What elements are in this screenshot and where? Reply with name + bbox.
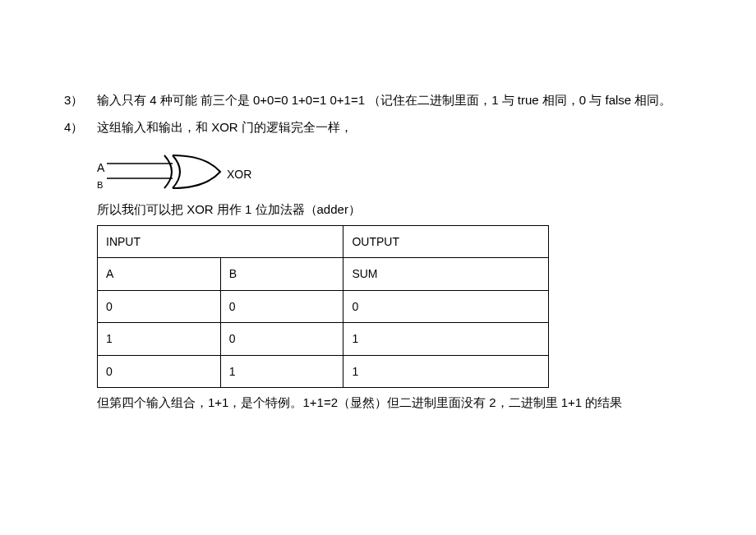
header-output: OUTPUT <box>343 225 549 258</box>
cell-b: 1 <box>220 355 343 388</box>
cell-b: 0 <box>220 323 343 356</box>
cell-b: 0 <box>220 290 343 323</box>
header-input: INPUT <box>98 225 343 258</box>
cell-a: 1 <box>98 323 221 356</box>
table-row: 0 0 0 <box>98 290 549 323</box>
list-item-3: 3） 输入只有 4 种可能 前三个是 0+0=0 1+0=1 0+1=1 （记住… <box>64 89 692 113</box>
cell-sum: 0 <box>343 290 549 323</box>
cell-sum: 1 <box>343 355 549 388</box>
xor-input-a-label: A <box>97 157 104 179</box>
truth-table: INPUT OUTPUT A B SUM 0 0 0 1 0 1 0 1 1 <box>97 225 549 389</box>
xor-output-label: XOR <box>227 164 251 186</box>
table-header-row: INPUT OUTPUT <box>98 225 549 258</box>
list-content-4: 这组输入和输出，和 XOR 门的逻辑完全一样， <box>97 116 692 140</box>
adder-sentence: 所以我们可以把 XOR 用作 1 位加法器（adder） <box>97 198 692 222</box>
xor-gate-diagram: A B XOR <box>97 154 343 193</box>
subheader-a: A <box>98 258 221 291</box>
table-subheader-row: A B SUM <box>98 258 549 291</box>
cell-a: 0 <box>98 355 221 388</box>
table-row: 0 1 1 <box>98 355 549 388</box>
cell-sum: 1 <box>343 323 549 356</box>
cell-a: 0 <box>98 290 221 323</box>
after-table-text: 但第四个输入组合，1+1，是个特例。1+1=2（显然）但二进制里面没有 2，二进… <box>97 391 692 415</box>
list-marker-3: 3） <box>64 89 97 113</box>
xor-input-b-label: B <box>97 177 103 194</box>
table-row: 1 0 1 <box>98 323 549 356</box>
subheader-b: B <box>220 258 343 291</box>
subheader-sum: SUM <box>343 258 549 291</box>
list-marker-4: 4） <box>64 116 97 140</box>
list-item-4: 4） 这组输入和输出，和 XOR 门的逻辑完全一样， <box>64 116 692 140</box>
list-content-3: 输入只有 4 种可能 前三个是 0+0=0 1+0=1 0+1=1 （记住在二进… <box>97 89 692 113</box>
xor-gate-icon <box>107 154 230 191</box>
